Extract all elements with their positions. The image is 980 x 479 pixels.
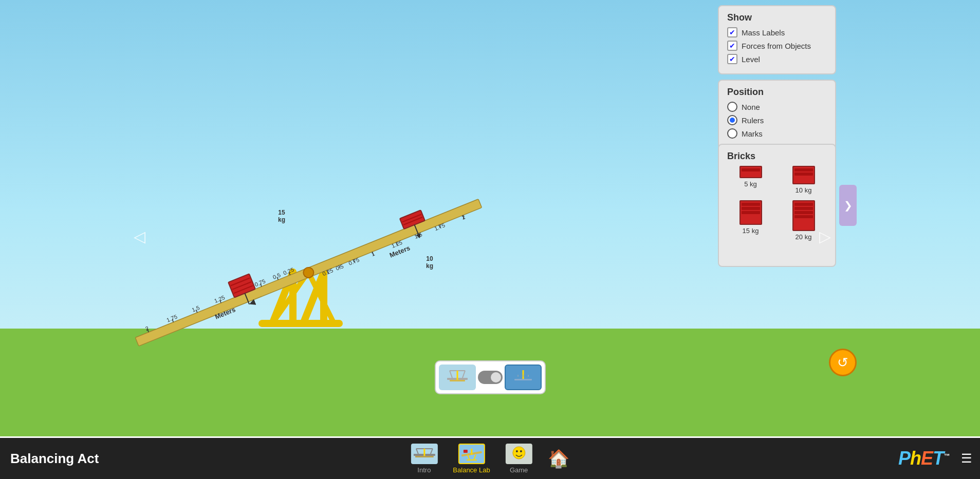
bricks-panel-title: Bricks [727,151,827,162]
tab-balance-lab[interactable]: Balance Lab [453,444,490,474]
brick-20kg-label: 20 kg [796,233,812,241]
brick-row [742,168,760,171]
balance-lab-tab-svg [459,445,484,463]
bricks-grid: 5 kg 10 kg 15 kg [727,166,827,241]
phet-h: h [910,448,921,469]
tab-home[interactable]: 🏠 [548,448,569,469]
level-checkbox[interactable]: ✔ [727,54,737,64]
brick-row [742,211,760,214]
position-none-row[interactable]: None [727,102,827,112]
tab-game-icon [506,444,532,464]
reset-icon: ↺ [837,355,848,371]
brick-row [794,203,813,206]
view-toggle-switch[interactable] [478,371,503,384]
tab-game-label: Game [510,466,528,474]
brick-row [742,207,760,210]
brick-10kg-visual [792,166,815,184]
tab-balance-lab-icon [458,444,485,464]
phet-p: P [898,448,910,469]
brick-row [794,168,813,171]
app-title: Balancing Act [10,451,99,467]
tab-intro[interactable]: Intro [411,444,437,474]
svg-line-65 [515,370,518,377]
brick-10kg-label: 10 kg [796,186,812,194]
svg-point-85 [513,447,525,459]
brick-5kg[interactable]: 5 kg [727,166,774,194]
phet-t: T [933,448,944,469]
brick-row [794,211,813,214]
forces-label: Forces from Objects [742,42,811,50]
svg-point-87 [520,450,522,452]
position-rulers-radio[interactable] [727,115,737,125]
mass-labels-label: Mass Labels [742,28,785,37]
view-toggle [435,360,546,394]
intro-tab-svg [412,445,436,463]
brick-row [794,173,813,176]
position-none-label: None [742,103,760,111]
svg-point-86 [516,450,518,452]
intro-view-icon [445,368,470,387]
scene: 2 1.75 1.5 1.25 1 0.75 0.5 0.25 Meters 0… [0,0,980,479]
svg-line-60 [463,371,465,378]
svg-line-75 [430,449,432,454]
tab-intro-icon [411,444,437,464]
phet-tm: ™ [944,452,949,459]
svg-rect-69 [514,379,532,380]
show-panel-title: Show [727,12,827,23]
svg-text:kg: kg [278,216,285,223]
brick-row [742,203,760,206]
hamburger-button[interactable]: ☰ [961,451,972,466]
reset-button[interactable]: ↺ [829,349,857,376]
svg-text:2: 2 [144,325,150,332]
arrow-right[interactable]: ▷ [819,227,831,245]
position-none-radio[interactable] [727,102,737,112]
balance-beam-svg: 2 1.75 1.5 1.25 1 0.75 0.5 0.25 Meters 0… [103,139,524,354]
view-option-left[interactable] [439,365,476,390]
mass-labels-row[interactable]: ✔ Mass Labels [727,27,827,37]
home-icon: 🏠 [548,448,569,469]
mass-labels-checkbox[interactable]: ✔ [727,27,737,37]
svg-rect-63 [450,380,465,381]
brick-15kg-label: 15 kg [743,227,759,235]
position-marks-radio[interactable] [727,128,737,139]
game-tab-svg [507,445,531,463]
position-panel-title: Position [727,87,827,98]
bricks-panel: Bricks 5 kg 10 kg [718,144,836,267]
arrow-left[interactable]: ◁ [134,227,145,245]
forces-row[interactable]: ✔ Forces from Objects [727,41,827,51]
forces-checkbox[interactable]: ✔ [727,41,737,51]
svg-text:10: 10 [426,255,433,262]
bricks-next-button[interactable]: ❯ [839,185,857,226]
svg-text:15: 15 [278,209,285,216]
svg-line-59 [450,371,452,378]
brick-row [794,215,813,218]
svg-text:kg: kg [426,262,433,270]
brick-15kg[interactable]: 15 kg [727,200,774,241]
toggle-knob [491,372,501,382]
svg-line-74 [416,449,418,454]
position-panel: Position None Rulers Marks [718,80,836,149]
brick-20kg-visual [792,200,815,231]
view-option-right[interactable] [505,365,542,390]
nav-tabs: Intro Balance Lab [411,444,569,474]
bottom-bar: Balancing Act Intro [0,438,980,479]
phet-logo: PhET™ [898,448,949,469]
brick-5kg-visual [739,166,762,178]
level-row[interactable]: ✔ Level [727,54,827,64]
position-marks-row[interactable]: Marks [727,128,827,139]
show-panel: Show ✔ Mass Labels ✔ Forces from Objects… [718,5,836,74]
balance-lab-view-icon [510,368,536,387]
position-rulers-label: Rulers [742,116,764,125]
phet-logo-text: PhET™ [898,448,949,469]
tab-intro-label: Intro [417,466,431,474]
svg-line-81 [468,455,470,460]
position-rulers-row[interactable]: Rulers [727,115,827,125]
brick-5kg-label: 5 kg [744,180,757,188]
svg-rect-78 [415,456,433,457]
tab-balance-lab-label: Balance Lab [453,466,490,474]
brick-10kg[interactable]: 10 kg [780,166,827,194]
svg-rect-84 [464,450,468,453]
brick-15kg-visual [739,200,762,225]
level-label: Level [742,55,760,64]
tab-game[interactable]: Game [506,444,532,474]
